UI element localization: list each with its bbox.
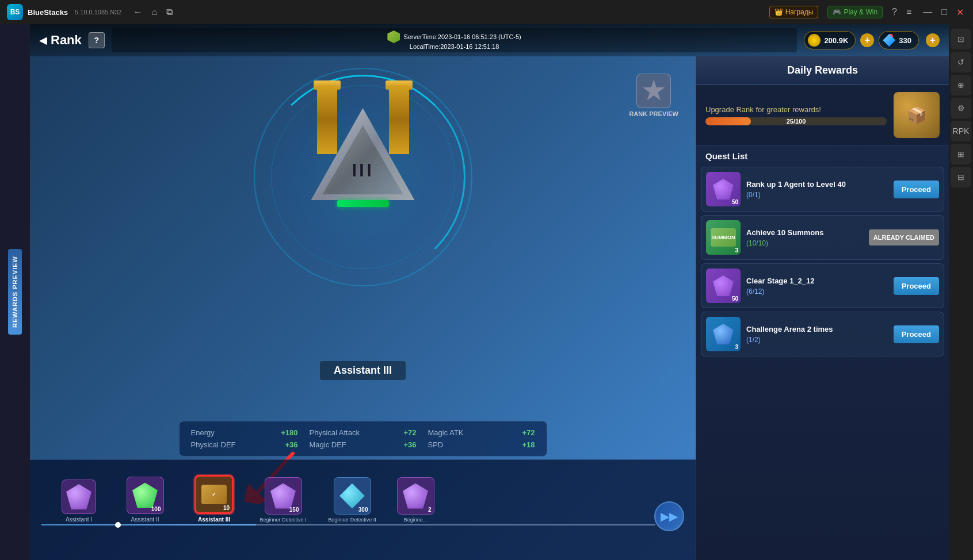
quest-items-list: 50 Rank up 1 Agent to Level 40 (0/1) Pro…	[696, 167, 949, 560]
bluestacks-sidebar: ⊡ ↺ ⊕ ⚙ RPK ⊞ ⊟	[949, 24, 973, 560]
reward-icon-assistant2: 100	[127, 477, 164, 514]
pillar-right	[389, 85, 409, 154]
quest-list-title: Quest List	[705, 151, 747, 161]
timeline-progress	[41, 524, 256, 526]
stat-physical-attack-label: Physical Attack	[310, 428, 360, 437]
stat-physical-def: Physical DEF +36	[191, 440, 298, 449]
game-back-button[interactable]: ◀ Rank	[39, 33, 82, 48]
quest1-info: Rank up 1 Agent to Level 40 (0/1)	[746, 180, 888, 199]
pillar-left	[317, 85, 337, 154]
reward-count-beginner3: 2	[428, 507, 432, 513]
menu-icon[interactable]: ≡	[906, 7, 911, 17]
timeline-item-beginner-detective1[interactable]: 150 Beginner Detective I	[249, 477, 318, 523]
reward-icon-beginner3: 2	[397, 477, 434, 515]
stat-physical-attack-value: +72	[403, 428, 416, 437]
reward-icon-assistant3: ✓ 10	[194, 475, 234, 514]
timeline: Assistant I 100 Assistant II ✓	[30, 459, 696, 560]
reward-count-detective1: 150	[289, 507, 299, 513]
timeline-item-beginner-detective2[interactable]: 300 Beginner Detective II	[318, 477, 387, 523]
quest-icon-summons: SUMMON 3	[706, 220, 741, 255]
rank-numeral: III	[352, 160, 374, 181]
timeline-label-beginner3: Beginne...	[404, 517, 428, 523]
reward-icon-detective1: 150	[265, 477, 302, 515]
reward-count-assistant2: 100	[151, 506, 161, 512]
rank-panel: RANK PREVIEW	[30, 56, 696, 560]
quest3-count: 50	[732, 296, 738, 302]
sidebar-btn-6[interactable]: ⊞	[951, 144, 971, 164]
rewards-panel: Daily Rewards Upgrade Rank for greater r…	[696, 56, 949, 560]
timeline-label-assistant3: Assistant III	[198, 516, 230, 523]
sidebar-btn-3[interactable]: ⊕	[951, 75, 971, 95]
stats-panel: Energy +180 Physical Attack +72 Magic AT…	[179, 421, 547, 457]
add-gold-button[interactable]: +	[860, 33, 874, 47]
quest-icon-rank-up: 50	[706, 172, 741, 206]
timeline-item-assistant3[interactable]: ✓ 10 Assistant III	[180, 475, 249, 523]
playnwin-button[interactable]: 🎮 Play & Win	[827, 6, 883, 18]
chest-emoji: 📦	[907, 106, 927, 125]
quest-item-arena: 3 Challenge Arena 2 times (1/2) Proceed	[701, 312, 944, 356]
purple-gem-3-icon	[403, 484, 428, 509]
gold-value: 200.9K	[824, 36, 848, 45]
home-nav-icon[interactable]: ⌂	[151, 7, 157, 17]
stat-magic-def-value: +36	[403, 440, 416, 449]
upgrade-progress-text: 25/100	[787, 118, 806, 125]
quest1-proceed-button[interactable]: Proceed	[894, 181, 939, 198]
sidebar-btn-1[interactable]: ⊡	[951, 29, 971, 49]
game-area: ◀ Rank ? ServerTime:2023-01-16 06:51:23 …	[30, 24, 949, 560]
rank-badge: III	[300, 79, 426, 217]
main-content: RANK PREVIEW	[30, 56, 949, 560]
restore-button[interactable]: □	[939, 7, 949, 18]
sidebar-btn-4[interactable]: ⚙	[951, 98, 971, 118]
titlebar-right: 👑 Награды 🎮 Play & Win ? ≡ — □ ✕	[769, 6, 966, 18]
rank-preview-icon	[636, 74, 671, 108]
sidebar-btn-7[interactable]: ⊟	[951, 167, 971, 187]
timeline-item-assistant2[interactable]: 100 Assistant II	[110, 477, 180, 523]
timeline-item-assistant1[interactable]: Assistant I	[47, 480, 110, 523]
game-rank-title: Rank	[51, 33, 82, 48]
timeline-track	[41, 524, 655, 526]
reward-icon-detective2: 300	[334, 477, 371, 515]
upgrade-progress-fill	[705, 117, 751, 125]
stat-energy-value: +180	[281, 428, 297, 437]
timeline-label-detective2: Beginner Detective II	[328, 517, 376, 523]
quest4-count: 3	[735, 344, 738, 350]
upgrade-text-area: Upgrade Rank for greater rewards! 25/100	[705, 105, 887, 125]
add-diamond-button[interactable]: +	[926, 33, 940, 47]
diamond-value: 330	[899, 36, 911, 45]
app-name: BlueStacks	[28, 8, 68, 17]
sidebar-btn-2[interactable]: ↺	[951, 52, 971, 72]
minimize-button[interactable]: —	[921, 7, 934, 18]
help-icon[interactable]: ?	[892, 7, 897, 17]
purple-gem-quest3-icon	[713, 275, 734, 296]
windows-nav-icon[interactable]: ⧉	[166, 7, 173, 17]
quest-item-rank-up: 50 Rank up 1 Agent to Level 40 (0/1) Pro…	[701, 167, 944, 212]
quest-list-header: Quest List	[696, 145, 949, 167]
game-help-button[interactable]: ?	[89, 32, 105, 48]
quest-icon-arena: 3	[706, 317, 741, 351]
back-nav-icon[interactable]: ←	[133, 7, 142, 17]
quest4-info: Challenge Arena 2 times (1/2)	[746, 325, 888, 344]
purple-gem-quest1-icon	[713, 179, 734, 200]
currency-bar: 200.9K + 330 +	[804, 31, 940, 49]
timeline-item-beginner3[interactable]: 2 Beginne...	[387, 477, 444, 523]
rewards-button[interactable]: 👑 Награды	[769, 6, 819, 18]
quest3-proceed-button[interactable]: Proceed	[894, 277, 939, 295]
rewards-preview-sidebar[interactable]: REWARDS PREVIEW	[0, 24, 30, 560]
upgrade-progress-bar: 25/100	[705, 117, 887, 125]
next-arrow-icon: ▶▶	[661, 509, 678, 523]
app-version: 5.10.0.1085 N32	[75, 9, 121, 16]
upgrade-label: Upgrade Rank for greater rewards!	[705, 105, 887, 114]
sidebar-btn-5[interactable]: RPK	[951, 121, 971, 141]
reward-count-detective2: 300	[358, 507, 368, 513]
blue-gem-quest4-icon	[713, 324, 734, 344]
stat-magic-atk-value: +72	[522, 428, 535, 437]
rank-preview-button[interactable]: RANK PREVIEW	[629, 74, 678, 117]
quest1-progress: (0/1)	[746, 191, 888, 199]
stat-spd-label: SPD	[428, 440, 444, 449]
quest4-proceed-button[interactable]: Proceed	[894, 325, 939, 343]
timeline-next-button[interactable]: ▶▶	[654, 501, 684, 531]
close-button[interactable]: ✕	[954, 7, 966, 18]
star-icon	[642, 79, 665, 102]
server-time-text: ServerTime:2023-01-16 06:51:23 (UTC-5)	[403, 33, 521, 40]
quest1-name: Rank up 1 Agent to Level 40	[746, 180, 888, 189]
